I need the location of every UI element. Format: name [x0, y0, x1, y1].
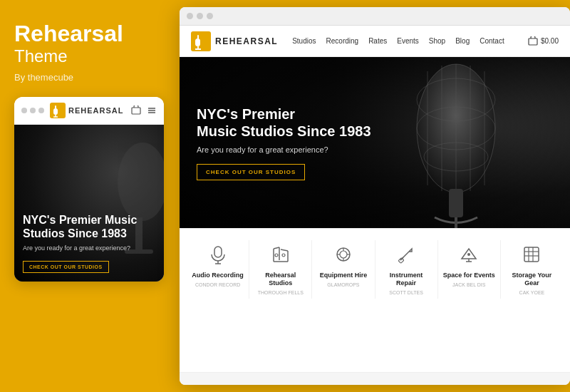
desktop-chrome-dots: [187, 13, 213, 19]
svg-rect-28: [449, 189, 463, 217]
theme-title-light: Theme: [14, 46, 162, 66]
theme-by: By themecube: [14, 72, 162, 83]
svg-rect-14: [197, 35, 199, 39]
feature-rehearsal-studios: Rehearsal Studios THOROUGH FELLS: [249, 240, 312, 299]
instrument-repair-desc: SCOTT DLTES: [389, 289, 423, 296]
svg-point-40: [282, 254, 285, 257]
svg-point-39: [275, 254, 278, 257]
desktop-hero-content: NYC's Premier Music Studios Since 1983 A…: [180, 105, 388, 180]
left-panel: Rehearsal Theme By themecube REHEARSAL: [0, 0, 177, 392]
svg-rect-13: [195, 38, 200, 46]
desktop-chrome-bar: [180, 7, 570, 26]
audio-recording-icon: [207, 243, 229, 266]
desktop-navbar: REHEARSAL Studios Recording Rates Events…: [180, 26, 570, 57]
space-events-icon: [457, 243, 480, 266]
rehearsal-studios-desc: THOROUGH FELLS: [258, 289, 304, 296]
nav-shop[interactable]: Shop: [429, 37, 445, 45]
rehearsal-studios-icon: [269, 243, 292, 266]
desktop-cart-icon: [528, 36, 538, 46]
mobile-hero-heading: NYC's Premier Music Studios Since 1983: [23, 213, 155, 240]
desktop-logo: REHEARSAL: [191, 31, 278, 51]
mobile-preview: REHEARSAL NYC's Premier Music Studios Si…: [14, 97, 164, 282]
nav-recording[interactable]: Recording: [326, 37, 359, 45]
desktop-cta-button[interactable]: CHECK OUT OUR STUDIOS: [197, 164, 305, 180]
cart-price: $0.00: [541, 37, 559, 45]
svg-line-34: [274, 247, 279, 249]
mobile-hero-content: NYC's Premier Music Studios Since 1983 A…: [14, 205, 164, 282]
features-row: Audio Recording CONDOR RECORD Rehearsal …: [180, 228, 570, 306]
nav-contact[interactable]: Contact: [480, 37, 504, 45]
svg-line-37: [281, 249, 288, 251]
mobile-window-dots: [21, 108, 44, 113]
svg-rect-48: [398, 258, 404, 264]
rehearsal-studios-title: Rehearsal Studios: [254, 272, 307, 287]
desktop-hero-heading: NYC's Premier Music Studios Since 1983: [197, 105, 371, 140]
mobile-cta-button[interactable]: CHECK OUT OUR STUDIOS: [23, 261, 109, 273]
equipment-hire-title: Equipment Hire: [320, 272, 368, 279]
audio-recording-title: Audio Recording: [192, 272, 244, 279]
svg-rect-1: [53, 108, 58, 115]
feature-space-events: Space for Events JACK BEL DIS: [438, 240, 501, 299]
mobile-logo-icon: [50, 103, 66, 118]
desktop-logo-icon: [191, 31, 211, 51]
desktop-hero: NYC's Premier Music Studios Since 1983 A…: [180, 57, 570, 228]
desktop-nav-links: Studios Recording Rates Events Shop Blog…: [292, 37, 528, 45]
space-events-title: Space for Events: [443, 272, 495, 279]
desktop-logo-text: REHEARSAL: [215, 36, 278, 46]
equipment-hire-icon: [332, 243, 355, 266]
svg-rect-5: [132, 108, 140, 114]
storage-gear-title: Storage Your Gear: [505, 272, 559, 287]
storage-gear-desc: CAK YOEE: [519, 289, 545, 296]
mic-hero-image: [385, 57, 527, 228]
svg-rect-12: [191, 31, 211, 51]
nav-studios[interactable]: Studios: [292, 37, 316, 45]
bottom-strip: [180, 372, 570, 385]
nav-blog[interactable]: Blog: [455, 37, 470, 45]
feature-equipment-hire: Equipment Hire GLAMOROPS: [312, 240, 375, 299]
mobile-hero: NYC's Premier Music Studios Since 1983 A…: [14, 125, 164, 282]
theme-title-bold: Rehearsal: [14, 21, 162, 46]
feature-storage-gear: Storage Your Gear CAK YOEE: [501, 240, 563, 299]
instrument-repair-title: Instrument Repair: [380, 272, 433, 287]
svg-rect-2: [55, 105, 56, 109]
mobile-logo-area: REHEARSAL: [50, 103, 131, 118]
mobile-logo-text: REHEARSAL: [68, 106, 123, 115]
storage-gear-icon: [520, 243, 543, 266]
desktop-preview: REHEARSAL Studios Recording Rates Events…: [180, 7, 570, 385]
desktop-cart[interactable]: $0.00: [528, 36, 559, 46]
instrument-repair-icon: [395, 243, 418, 266]
feature-audio-recording: Audio Recording CONDOR RECORD: [187, 240, 249, 299]
svg-point-42: [340, 251, 347, 258]
svg-point-52: [467, 253, 470, 256]
svg-rect-17: [529, 38, 537, 45]
feature-instrument-repair: Instrument Repair SCOTT DLTES: [375, 240, 438, 299]
nav-rates[interactable]: Rates: [368, 37, 387, 45]
mobile-nav: REHEARSAL: [14, 97, 164, 125]
mobile-nav-icons: [131, 105, 157, 115]
desktop-hero-sub: Are you ready for a great experience?: [197, 145, 371, 154]
svg-rect-53: [524, 247, 539, 262]
menu-icon: [147, 105, 157, 115]
svg-rect-30: [214, 247, 222, 257]
cart-icon: [131, 105, 141, 115]
space-events-desc: JACK BEL DIS: [452, 282, 485, 288]
equipment-hire-desc: GLAMOROPS: [327, 282, 359, 288]
audio-recording-desc: CONDOR RECORD: [195, 282, 240, 288]
nav-events[interactable]: Events: [397, 37, 419, 45]
mobile-hero-sub: Are you ready for a great experience?: [23, 244, 155, 252]
